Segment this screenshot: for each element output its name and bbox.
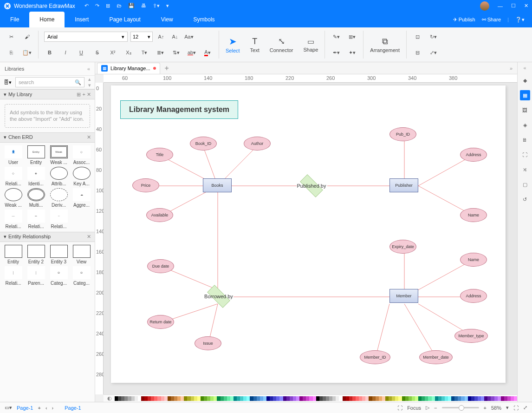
color-swatch[interactable] xyxy=(323,396,326,401)
color-swatch[interactable] xyxy=(415,396,418,401)
ungroup-icon[interactable]: ⊟ xyxy=(412,47,423,58)
open-icon[interactable]: 🗁 xyxy=(117,3,122,9)
color-swatch[interactable] xyxy=(454,396,458,401)
collapse-left-icon[interactable]: « xyxy=(87,66,90,72)
color-swatch[interactable] xyxy=(181,396,184,401)
shape-relline3[interactable]: ┄Relati... xyxy=(48,210,69,229)
rel-borrowed[interactable]: Borrowed by xyxy=(203,289,234,304)
color-swatch[interactable] xyxy=(207,396,210,401)
rotate-icon[interactable]: ↻▾ xyxy=(428,32,439,42)
color-swatch[interactable] xyxy=(402,396,405,401)
color-swatch[interactable] xyxy=(458,396,461,401)
zoom-out-icon[interactable]: − xyxy=(434,405,437,411)
add-tab-icon[interactable]: + xyxy=(165,64,169,72)
color-swatch[interactable] xyxy=(184,396,187,401)
color-swatch[interactable] xyxy=(468,396,471,401)
attr-addr2[interactable]: Address xyxy=(460,289,487,303)
color-swatch[interactable] xyxy=(501,396,504,401)
underline-icon[interactable]: U xyxy=(76,47,87,58)
tab-pagelayout[interactable]: Page Layout xyxy=(99,12,150,27)
tab-insert[interactable]: Insert xyxy=(65,12,99,27)
color-swatch[interactable] xyxy=(474,396,478,401)
help-icon[interactable]: ❔▾ xyxy=(515,17,525,23)
color-swatch[interactable] xyxy=(425,396,428,401)
copy-icon[interactable]: ⎘ xyxy=(6,47,17,58)
attr-duedate[interactable]: Due date xyxy=(147,259,174,273)
color-swatch[interactable] xyxy=(270,396,273,401)
color-swatch[interactable] xyxy=(369,396,372,401)
play-icon[interactable]: ▷ xyxy=(426,405,429,411)
color-swatch[interactable] xyxy=(135,396,138,401)
color-swatch[interactable] xyxy=(273,396,276,401)
color-swatch[interactable] xyxy=(290,396,293,401)
color-swatch[interactable] xyxy=(237,396,240,401)
shape-relline1[interactable]: ―Relati... xyxy=(3,210,24,229)
page-tab[interactable]: Page-1 xyxy=(17,405,33,411)
color-swatch[interactable] xyxy=(171,396,174,401)
shape-weak2[interactable]: Weak ... xyxy=(3,188,24,208)
entity-books[interactable]: Books xyxy=(203,178,232,192)
layers-icon[interactable]: ◈ xyxy=(520,120,530,130)
shape-rel[interactable]: ◇Relati... xyxy=(3,167,24,186)
next-page-icon[interactable]: › xyxy=(52,405,54,411)
diagram-title[interactable]: Library Management system xyxy=(120,100,238,119)
color-swatch[interactable] xyxy=(498,396,501,401)
color-swatch[interactable] xyxy=(379,396,382,401)
superscript-icon[interactable]: X² xyxy=(107,47,118,58)
attr-issue[interactable]: Issue xyxy=(195,336,221,350)
search-input[interactable]: search🔍 xyxy=(15,77,84,87)
color-swatch[interactable] xyxy=(478,396,481,401)
color-swatch[interactable] xyxy=(511,396,514,401)
color-swatch[interactable] xyxy=(151,396,154,401)
spacing-icon[interactable]: ⇅▾ xyxy=(170,47,182,58)
attr-available[interactable]: Available xyxy=(146,208,173,222)
er-entity3[interactable]: Entity 3 xyxy=(48,245,69,264)
color-swatch[interactable] xyxy=(487,396,491,401)
color-swatch[interactable] xyxy=(227,396,230,401)
export-icon[interactable]: ⇪▾ xyxy=(153,3,160,9)
attr-name1[interactable]: Name xyxy=(460,208,487,222)
library-menu-icon[interactable]: 🗄▾ xyxy=(4,79,12,85)
color-swatch[interactable] xyxy=(279,396,283,401)
grow-font-icon[interactable]: A↑ xyxy=(156,32,167,42)
color-swatch[interactable] xyxy=(365,396,369,401)
add-page-icon[interactable]: + xyxy=(38,405,40,411)
color-swatch[interactable] xyxy=(121,396,124,401)
attr-mid[interactable]: Member_ID xyxy=(360,350,390,364)
color-swatch[interactable] xyxy=(422,396,425,401)
color-swatch[interactable] xyxy=(138,396,141,401)
color-swatch[interactable] xyxy=(306,396,309,401)
mylib-header[interactable]: ▾My Library⊞ + ✕ xyxy=(0,89,95,99)
color-swatch[interactable] xyxy=(412,396,415,401)
color-swatch[interactable] xyxy=(346,396,349,401)
fit-window-icon[interactable]: ⛶ xyxy=(513,405,519,411)
fit-icon[interactable]: ⛶ xyxy=(520,150,530,160)
color-swatch[interactable] xyxy=(240,396,243,401)
color-swatch[interactable] xyxy=(438,396,441,401)
color-swatch[interactable] xyxy=(131,396,135,401)
shuffle-icon[interactable]: ⤨ xyxy=(520,164,530,175)
color-swatch[interactable] xyxy=(448,396,451,401)
document-tab[interactable]: ▦ Library Manage... xyxy=(97,63,160,74)
color-swatch[interactable] xyxy=(266,396,270,401)
fullscreen-icon[interactable]: ⤢ xyxy=(523,405,527,411)
tab-file[interactable]: File xyxy=(0,12,29,27)
qr-icon[interactable]: ▦ xyxy=(520,90,530,100)
color-swatch[interactable] xyxy=(398,396,402,401)
color-swatch[interactable] xyxy=(221,396,224,401)
attr-returndate[interactable]: Return date xyxy=(147,315,174,329)
color-swatch[interactable] xyxy=(382,396,385,401)
color-swatch[interactable] xyxy=(164,396,168,401)
color-swatch[interactable] xyxy=(494,396,498,401)
paste-icon[interactable]: 📋▾ xyxy=(21,47,32,58)
color-swatch[interactable] xyxy=(157,396,161,401)
color-swatch[interactable] xyxy=(283,396,286,401)
fontsize-select[interactable]: 12▾ xyxy=(130,32,153,42)
color-swatch[interactable] xyxy=(356,396,359,401)
scroll-down-icon[interactable]: ▾ xyxy=(88,82,91,88)
color-swatch[interactable] xyxy=(299,396,303,401)
color-swatch[interactable] xyxy=(243,396,247,401)
tab-home[interactable]: Home xyxy=(29,12,65,27)
color-swatch[interactable] xyxy=(168,396,171,401)
share-button[interactable]: ⚯ Share xyxy=(482,17,501,23)
